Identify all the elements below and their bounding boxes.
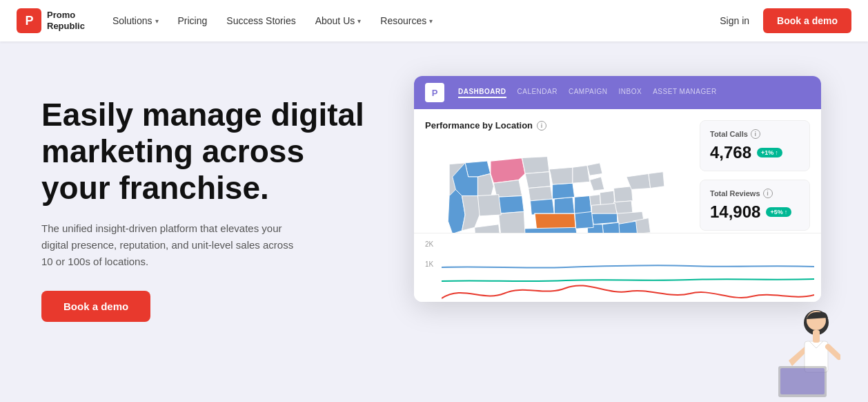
total-reviews-label: Total Reviews i [710, 189, 800, 198]
arrow-up-icon: ↑ [785, 209, 788, 216]
sign-in-link[interactable]: Sign in [720, 15, 749, 26]
svg-rect-5 [813, 330, 820, 343]
hero-section: Easily manage digital marketing across y… [0, 41, 868, 402]
total-calls-badge: +1% ↑ [757, 148, 782, 157]
total-reviews-value: 14,908 [710, 202, 760, 222]
chart-labels: 2K 1K [425, 240, 433, 268]
total-calls-value-row: 4,768 +1% ↑ [710, 143, 800, 162]
total-calls-card: Total Calls i 4,768 +1% ↑ [700, 120, 810, 171]
dashboard-header: P DASHBOARD CALENDAR CAMPAIGN INBOX ASSE… [414, 76, 821, 109]
dash-nav-inbox[interactable]: INBOX [619, 88, 642, 98]
nav-solutions[interactable]: Solutions ▾ [112, 15, 159, 26]
chevron-down-icon: ▾ [357, 17, 361, 25]
dashboard-card: P DASHBOARD CALENDAR CAMPAIGN INBOX ASSE… [414, 76, 821, 302]
total-reviews-value-row: 14,908 +5% ↑ [710, 202, 800, 222]
nav-links: Solutions ▾ Pricing Success Stories Abou… [112, 15, 720, 26]
hero-subtitle: The unified insight-driven platform that… [41, 220, 304, 270]
person-svg [758, 305, 840, 402]
total-calls-value: 4,768 [710, 143, 751, 162]
nav-success-stories[interactable]: Success Stories [226, 15, 295, 26]
dash-nav-campaign[interactable]: CAMPAIGN [569, 88, 608, 98]
dashboard-nav: DASHBOARD CALENDAR CAMPAIGN INBOX ASSET … [458, 88, 717, 98]
logo-text: Promo Republic [47, 10, 85, 31]
nav-right: Sign in Book a demo [720, 8, 851, 33]
info-icon: i [537, 121, 546, 131]
info-icon: i [751, 129, 760, 139]
arrow-up-icon: ↑ [775, 149, 778, 156]
navbar: P Promo Republic Solutions ▾ Pricing Suc… [0, 0, 868, 41]
dash-nav-dashboard[interactable]: DASHBOARD [458, 88, 506, 98]
map-title: Performance by Location i [425, 120, 689, 131]
info-icon: i [763, 189, 773, 198]
chevron-down-icon: ▾ [429, 17, 433, 25]
nav-about-us[interactable]: About Us ▾ [315, 15, 362, 26]
logo-icon: P [17, 8, 41, 33]
chart-section: 2K 1K [414, 233, 821, 302]
chevron-down-icon: ▾ [155, 17, 159, 25]
chart-label-2k: 2K [425, 240, 433, 248]
hero-title: Easily manage digital marketing across y… [41, 97, 373, 207]
dash-nav-calendar[interactable]: CALENDAR [517, 88, 558, 98]
nav-pricing[interactable]: Pricing [178, 15, 208, 26]
nav-resources[interactable]: Resources ▾ [380, 15, 433, 26]
book-demo-nav-button[interactable]: Book a demo [763, 8, 851, 33]
chart-svg [442, 247, 814, 302]
total-reviews-card: Total Reviews i 14,908 +5% ↑ [700, 180, 810, 231]
dash-nav-asset-manager[interactable]: ASSET MANAGER [653, 88, 716, 98]
total-reviews-badge: +5% ↑ [766, 207, 791, 217]
logo-link[interactable]: P Promo Republic [17, 8, 85, 33]
svg-rect-7 [780, 368, 825, 394]
hero-right: P DASHBOARD CALENDAR CAMPAIGN INBOX ASSE… [373, 83, 827, 402]
hero-left: Easily manage digital marketing across y… [41, 83, 373, 322]
total-calls-label: Total Calls i [710, 129, 800, 139]
dashboard-logo: P [425, 83, 444, 102]
person-illustration [758, 305, 840, 402]
chart-label-1k: 1K [425, 260, 433, 268]
book-demo-hero-button[interactable]: Book a demo [41, 291, 150, 322]
